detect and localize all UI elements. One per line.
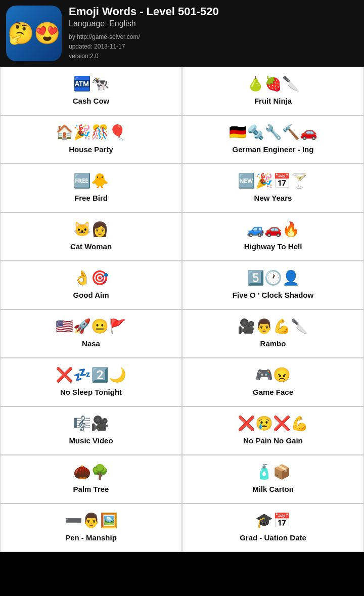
cell-label-6: Cat Woman [70, 242, 112, 251]
grid-cell-7: 🚙🚗🔥Highway To Hell [182, 212, 364, 261]
cell-emojis-1: 🍐🍓🔪 [247, 74, 300, 94]
cell-emojis-5: 🆕🎉📅🍸 [238, 171, 308, 191]
cell-emojis-11: 🎥👨💪🔪 [238, 317, 308, 336]
grid-cell-15: ❌😢❌💪No Pain No Gain [182, 406, 364, 455]
cell-emojis-4: 🆓🐥 [73, 171, 109, 191]
cell-emojis-2: 🏠🎉🎊🎈 [56, 123, 126, 142]
cell-emojis-18: ➖👨🖼️ [65, 511, 118, 530]
grid-cell-3: 🇩🇪🔩🔧🔨🚗German Engineer - Ing [182, 115, 364, 164]
grid-cell-13: 🎮😠Game Face [182, 358, 364, 406]
cell-emojis-9: 5️⃣🕐👤 [247, 268, 300, 288]
grid-cell-10: 🇺🇸🚀😐🚩Nasa [0, 309, 182, 358]
cell-emojis-12: ❌💤2️⃣🌙 [56, 365, 126, 385]
grid-cell-19: 🎓📅Grad - Uation Date [182, 503, 364, 552]
cell-label-4: Free Bird [74, 194, 108, 202]
cell-label-8: Good Aim [73, 291, 109, 299]
cell-emojis-8: 👌🎯 [73, 268, 109, 288]
cell-label-18: Pen - Manship [65, 533, 117, 542]
cell-label-5: New Years [254, 194, 292, 202]
grid-cell-14: 🎼🎥Music Video [0, 406, 182, 455]
cell-label-3: German Engineer - Ing [233, 145, 314, 154]
cell-emojis-0: 🏧🐄 [73, 74, 109, 94]
language-label: Language: English [69, 19, 358, 28]
grid-cell-2: 🏠🎉🎊🎈House Party [0, 115, 182, 164]
grid-cell-16: 🌰🌳Palm Tree [0, 455, 182, 503]
cell-emojis-10: 🇺🇸🚀😐🚩 [56, 317, 126, 336]
updated-date: updated: 2013-11-17 [69, 42, 358, 52]
grid-cell-11: 🎥👨💪🔪Rambo [182, 309, 364, 358]
cell-label-15: No Pain No Gain [243, 436, 303, 445]
grid-cell-4: 🆓🐥Free Bird [0, 164, 182, 212]
header: 🤔😍 Emoji Words - Level 501-520 Language:… [0, 0, 364, 67]
cell-label-12: No Sleep Tonight [60, 388, 122, 396]
cell-emojis-14: 🎼🎥 [73, 414, 109, 433]
cell-label-14: Music Video [69, 436, 113, 445]
grid-cell-5: 🆕🎉📅🍸New Years [182, 164, 364, 212]
by-url: by http://game-solver.com/ [69, 32, 358, 42]
grid-cell-12: ❌💤2️⃣🌙No Sleep Tonight [0, 358, 182, 406]
page-title: Emoji Words - Level 501-520 [69, 5, 358, 18]
cell-label-1: Fruit Ninja [254, 97, 292, 105]
grid-cell-0: 🏧🐄Cash Cow [0, 67, 182, 115]
cell-emojis-7: 🚙🚗🔥 [247, 220, 300, 239]
cell-label-16: Palm Tree [73, 485, 109, 493]
cell-emojis-17: 🧴📦 [255, 463, 291, 482]
cell-emojis-6: 🐱👩 [73, 220, 109, 239]
grid-cell-1: 🍐🍓🔪Fruit Ninja [182, 67, 364, 115]
grid-cell-9: 5️⃣🕐👤Five O ' Clock Shadow [182, 261, 364, 309]
grid-cell-8: 👌🎯Good Aim [0, 261, 182, 309]
grid-cell-17: 🧴📦Milk Carton [182, 455, 364, 503]
cell-label-9: Five O ' Clock Shadow [233, 291, 313, 299]
cell-emojis-19: 🎓📅 [255, 511, 291, 530]
grid-cell-18: ➖👨🖼️Pen - Manship [0, 503, 182, 552]
cell-label-2: House Party [69, 145, 113, 154]
cell-emojis-13: 🎮😠 [255, 365, 291, 385]
cell-label-0: Cash Cow [73, 97, 110, 105]
cell-label-19: Grad - Uation Date [240, 533, 306, 542]
grid: 🏧🐄Cash Cow🍐🍓🔪Fruit Ninja🏠🎉🎊🎈House Party🇩… [0, 67, 364, 552]
cell-label-17: Milk Carton [252, 485, 294, 493]
cell-emojis-16: 🌰🌳 [73, 463, 109, 482]
cell-label-13: Game Face [253, 388, 293, 396]
cell-label-7: Highway To Hell [244, 242, 302, 251]
header-text: Emoji Words - Level 501-520 Language: En… [69, 5, 358, 62]
cell-emojis-3: 🇩🇪🔩🔧🔨🚗 [229, 123, 317, 142]
cell-label-10: Nasa [82, 339, 100, 348]
cell-emojis-15: ❌😢❌💪 [238, 414, 308, 433]
app-icon: 🤔😍 [6, 6, 62, 61]
meta-info: by http://game-solver.com/ updated: 2013… [69, 32, 358, 62]
cell-label-11: Rambo [260, 339, 286, 348]
version: version:2.0 [69, 52, 358, 61]
grid-cell-6: 🐱👩Cat Woman [0, 212, 182, 261]
